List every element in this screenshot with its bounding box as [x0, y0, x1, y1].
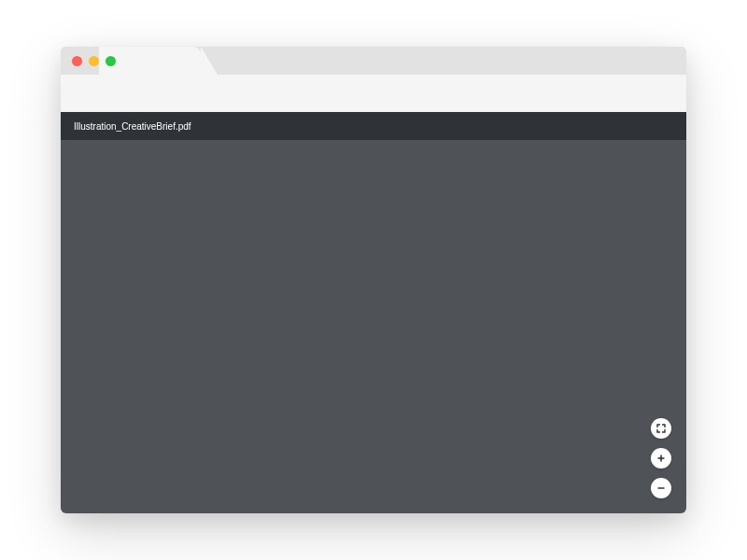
minus-icon — [655, 483, 667, 494]
fit-page-button[interactable] — [651, 418, 671, 439]
browser-addressbar — [61, 75, 686, 112]
window-minimize-button[interactable] — [89, 56, 99, 66]
zoom-out-button[interactable] — [651, 478, 671, 498]
pdf-toolbar: Illustration_CreativeBrief.pdf — [61, 112, 686, 140]
window-close-button[interactable] — [72, 56, 82, 66]
window-controls — [61, 56, 116, 66]
window-maximize-button[interactable] — [106, 56, 116, 66]
browser-tab[interactable] — [112, 47, 201, 75]
zoom-controls — [651, 418, 671, 498]
pdf-viewport — [61, 140, 686, 513]
zoom-in-button[interactable] — [651, 448, 671, 469]
fit-page-icon — [655, 423, 667, 434]
browser-window: Illustration_CreativeBrief.pdf — [61, 47, 686, 513]
plus-icon — [655, 453, 667, 464]
window-titlebar — [61, 47, 686, 75]
document-title: Illustration_CreativeBrief.pdf — [74, 121, 191, 132]
